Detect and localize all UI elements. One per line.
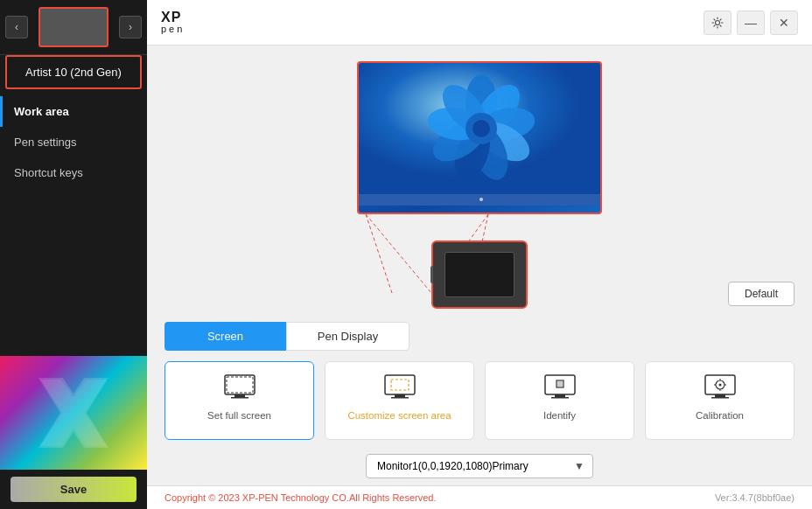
svg-rect-15 [359, 194, 600, 206]
logo-pen: pen [161, 24, 185, 34]
svg-point-16 [480, 198, 483, 201]
xppen-logo-icon [38, 378, 108, 448]
tablet-screen-area [444, 252, 514, 297]
svg-rect-28 [391, 380, 409, 390]
set-full-screen-label: Set full screen [207, 410, 271, 421]
svg-marker-1 [40, 380, 107, 446]
sidebar-item-pen-settings[interactable]: Pen settings [0, 127, 147, 157]
svg-line-19 [366, 214, 392, 293]
xppen-brand-logo: XP pen [161, 10, 185, 34]
svg-rect-30 [555, 394, 565, 397]
action-card-set-full-screen[interactable]: Set full screen [164, 361, 314, 440]
action-card-identify[interactable]: Identify [485, 361, 634, 440]
svg-line-17 [366, 214, 431, 293]
svg-rect-26 [395, 394, 405, 397]
customize-icon [384, 374, 416, 403]
close-button[interactable]: ✕ [770, 10, 798, 35]
prev-device-button[interactable]: ‹ [5, 16, 28, 38]
svg-rect-33 [557, 381, 563, 387]
action-card-customize-screen-area[interactable]: Customize screen area [325, 361, 474, 440]
monitor-select[interactable]: Monitor1(0,0,1920,1080)Primary [366, 454, 593, 478]
svg-rect-31 [551, 397, 569, 399]
tab-pen-display[interactable]: Pen Display [286, 322, 410, 351]
monitor-screen [357, 61, 602, 214]
settings-button[interactable] [704, 10, 732, 35]
win11-background [359, 63, 600, 213]
footer-copyright: Copyright © 2023 XP-PEN Technology CO.Al… [164, 492, 437, 503]
action-card-calibration[interactable]: Calibration [645, 361, 794, 440]
save-button[interactable]: Save [10, 477, 136, 502]
monitor-select-wrapper: Monitor1(0,0,1920,1080)Primary ▼ [366, 454, 593, 478]
header: XP pen — ✕ [147, 0, 812, 45]
win11-wallpaper-svg [359, 63, 600, 206]
calibration-icon [704, 374, 736, 403]
device-nav: ‹ › [0, 0, 147, 55]
tabs-row: Screen Pen Display [164, 322, 410, 351]
device-title: Artist 10 (2nd Gen) [14, 66, 133, 79]
customize-screen-area-label: Customize screen area [347, 410, 451, 421]
monitor-diagram [357, 61, 602, 309]
main-content: XP pen — ✕ [147, 0, 812, 509]
tablet-device [431, 241, 528, 309]
minimize-button[interactable]: — [737, 10, 765, 35]
footer-version: Ver:3.4.7(8bbf0ae) [715, 492, 794, 503]
svg-point-14 [472, 120, 490, 137]
identify-icon [544, 374, 576, 403]
footer: Copyright © 2023 XP-PEN Technology CO.Al… [147, 485, 812, 509]
sidebar-menu: Work area Pen settings Shortcut keys [0, 96, 147, 188]
sidebar-item-shortcut-keys[interactable]: Shortcut keys [0, 157, 147, 188]
next-device-button[interactable]: › [119, 16, 142, 38]
fullscreen-icon [224, 374, 256, 403]
action-cards: Set full screen Customize screen area [147, 351, 812, 450]
svg-rect-35 [715, 394, 725, 397]
identify-label: Identify [543, 410, 576, 421]
monitor-area: Default [147, 45, 812, 315]
svg-rect-27 [391, 397, 409, 399]
tablet-side-button [430, 266, 433, 283]
device-title-box: Artist 10 (2nd Gen) [5, 55, 142, 89]
save-button-container: Save [0, 470, 147, 509]
tabs-section: Screen Pen Display [147, 322, 812, 351]
sidebar-item-work-area[interactable]: Work area [0, 96, 147, 127]
logo-xp: XP [161, 10, 185, 24]
svg-rect-36 [711, 397, 729, 399]
tab-screen[interactable]: Screen [164, 322, 286, 351]
sidebar-logo [0, 356, 147, 470]
monitor-select-row: Monitor1(0,0,1920,1080)Primary ▼ [147, 450, 812, 485]
svg-point-38 [718, 384, 721, 387]
sidebar: ‹ › Artist 10 (2nd Gen) Work area Pen se… [0, 0, 147, 509]
svg-rect-22 [234, 394, 245, 397]
gear-icon [711, 17, 724, 29]
svg-rect-23 [231, 397, 248, 399]
window-controls: — ✕ [704, 10, 798, 35]
svg-point-2 [716, 20, 720, 24]
default-button[interactable]: Default [728, 282, 794, 306]
svg-rect-21 [225, 375, 255, 394]
svg-rect-24 [227, 377, 253, 393]
svg-rect-25 [385, 375, 415, 394]
calibration-label: Calibration [696, 410, 744, 421]
device-thumbnail [38, 7, 108, 47]
